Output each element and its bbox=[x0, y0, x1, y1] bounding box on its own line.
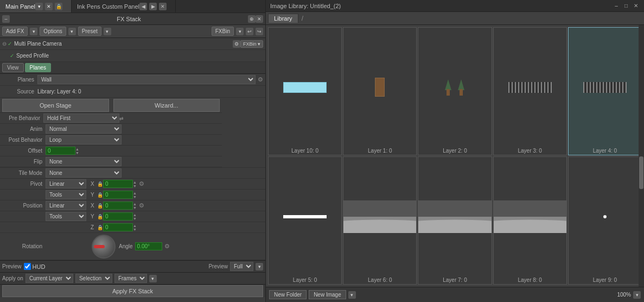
pos-x-input[interactable] bbox=[103, 202, 133, 210]
lock-icon[interactable]: 🔒 bbox=[55, 3, 62, 10]
options-button[interactable]: Options bbox=[40, 27, 66, 36]
arrow-left-icon[interactable]: ◀ bbox=[139, 3, 147, 10]
pos-x-lock-icon[interactable]: 🔒 bbox=[97, 203, 103, 209]
pos-y-lock-icon[interactable]: 🔒 bbox=[97, 214, 103, 219]
pivot-x-gear-icon[interactable]: ⚙ bbox=[139, 180, 144, 187]
library-cell-layer10[interactable]: Layer 10: 0 bbox=[268, 27, 342, 155]
library-cell-layer5[interactable]: Layer 5: 0 bbox=[268, 156, 342, 285]
new-image-arrow-icon[interactable]: ▾ bbox=[348, 291, 356, 299]
fx-item-speed-profile[interactable]: ✓ Speed Profile bbox=[0, 50, 265, 62]
close-icon[interactable]: ✕ bbox=[45, 3, 53, 10]
apply-fx-stack-button[interactable]: Apply FX Stack bbox=[2, 285, 263, 297]
preview2-select[interactable]: Full bbox=[230, 262, 253, 271]
pos-x-gear-icon[interactable]: ⚙ bbox=[139, 202, 144, 209]
library-cell-layer3[interactable]: Layer 3: 0 bbox=[493, 27, 567, 155]
planes-select[interactable]: Wall bbox=[37, 75, 256, 84]
position-tools-select[interactable]: Tools bbox=[46, 212, 86, 221]
pre-behavior-arrow-icon[interactable]: ⇄ bbox=[119, 116, 124, 121]
position-linear-select[interactable]: Linear bbox=[46, 201, 86, 210]
preset-button[interactable]: Preset bbox=[78, 27, 101, 36]
hud-checkbox[interactable] bbox=[24, 263, 31, 270]
offset-row: Offset ▲ ▼ bbox=[0, 146, 222, 156]
frames-arrow-icon[interactable]: ▾ bbox=[149, 275, 157, 282]
tile-mode-select[interactable]: None bbox=[46, 168, 122, 178]
fxbin-arrow-icon[interactable]: ▾ bbox=[236, 28, 244, 35]
rotation-wheel[interactable] bbox=[92, 235, 116, 259]
library-cell-layer1[interactable]: Layer 1: 0 bbox=[343, 27, 417, 155]
offset-input[interactable] bbox=[46, 147, 75, 155]
fx-item-settings-icon[interactable]: ⚙ bbox=[233, 40, 240, 48]
fxbin-label[interactable]: FXBin ▾ bbox=[240, 40, 263, 48]
pre-behavior-select[interactable]: Hold First bbox=[43, 114, 119, 123]
library-tabs: Library / bbox=[266, 12, 644, 25]
lib-minimize-icon[interactable]: – bbox=[613, 2, 620, 10]
hud-checkbox-area[interactable]: HUD bbox=[24, 263, 46, 270]
add-fx-button[interactable]: Add FX bbox=[2, 27, 28, 36]
fx-settings-icon[interactable]: ⊕ bbox=[248, 15, 256, 23]
pivot-y-input[interactable] bbox=[103, 191, 133, 199]
new-image-button[interactable]: New Image bbox=[309, 290, 346, 299]
pos-x-arrows[interactable]: ▲▼ bbox=[133, 202, 137, 210]
add-fx-arrow-icon[interactable]: ▾ bbox=[30, 28, 37, 35]
library-cell-layer9[interactable]: Layer 9: 0 bbox=[568, 156, 642, 285]
undo-icon[interactable]: ↩ bbox=[246, 28, 253, 35]
wizard-button[interactable]: Wizard... bbox=[113, 99, 220, 112]
new-folder-button[interactable]: New Folder bbox=[269, 290, 307, 299]
planes-gear-icon[interactable]: ⚙ bbox=[258, 76, 263, 83]
close2-icon[interactable]: ✕ bbox=[159, 3, 167, 10]
pivot-y-lock-icon[interactable]: 🔒 bbox=[97, 192, 103, 198]
offset-arrows[interactable]: ▲ ▼ bbox=[75, 147, 79, 155]
anim-select[interactable]: Normal bbox=[46, 124, 122, 134]
fx-close-icon[interactable]: ✕ bbox=[256, 15, 263, 23]
pivot-y-arrows[interactable]: ▲▼ bbox=[133, 191, 137, 199]
arrow-right-icon[interactable]: ▶ bbox=[149, 3, 157, 10]
lib-maximize-icon[interactable]: □ bbox=[622, 2, 630, 10]
pos-y-arrows[interactable]: ▲▼ bbox=[133, 213, 137, 221]
planes-tab[interactable]: Planes bbox=[25, 63, 52, 72]
current-layer-select[interactable]: Current Layer bbox=[25, 274, 73, 283]
redo-icon[interactable]: ↪ bbox=[256, 28, 263, 35]
flip-select[interactable]: None bbox=[46, 157, 122, 166]
scrollbar-thumb[interactable] bbox=[639, 156, 643, 189]
zoom-arrow-icon[interactable]: ▾ bbox=[633, 291, 641, 299]
fxbin-button[interactable]: FXBin bbox=[212, 27, 234, 36]
pivot-x-lock-icon[interactable]: 🔒 bbox=[97, 181, 103, 187]
library-cell-layer6[interactable]: Layer 6: 0 bbox=[343, 156, 417, 285]
collapse-icon[interactable]: ▾ bbox=[35, 3, 43, 10]
fx-item-multi-plane[interactable]: ⊖ ✓ Multi Plane Camera ⚙ FXBin ▾ bbox=[0, 38, 265, 50]
preview-arrow-icon[interactable]: ▾ bbox=[256, 263, 263, 270]
pos-z-lock-icon[interactable]: 🔒 bbox=[97, 225, 103, 230]
library-scrollbar[interactable] bbox=[639, 25, 644, 287]
lib-separator: / bbox=[299, 15, 305, 22]
frames-select[interactable]: Frames bbox=[114, 274, 147, 283]
rotation-gear-icon[interactable]: ⚙ bbox=[164, 243, 170, 250]
pos-z-input[interactable] bbox=[103, 223, 133, 231]
layer4-label: Layer 4: 0 bbox=[593, 147, 617, 155]
ink-pens-panel-label: Ink Pens Custom Panel bbox=[77, 3, 139, 10]
fx-minimize-icon[interactable]: – bbox=[2, 15, 10, 23]
ink-pens-panel-tab[interactable]: Ink Pens Custom Panel ◀ ▶ ✕ bbox=[72, 0, 176, 12]
main-panel-tab[interactable]: Main Panel ▾ ✕ 🔒 bbox=[0, 0, 72, 12]
pos-z-arrows[interactable]: ▲▼ bbox=[133, 224, 137, 231]
pos-y-input[interactable] bbox=[103, 212, 133, 221]
pivot-linear-select[interactable]: Linear bbox=[46, 179, 86, 188]
library-cell-layer4[interactable]: Layer 4: 0 bbox=[568, 27, 642, 155]
angle-input[interactable] bbox=[135, 242, 162, 250]
library-cell-layer8[interactable]: Layer 8: 0 bbox=[493, 156, 567, 285]
options-arrow-icon[interactable]: ▾ bbox=[68, 28, 76, 35]
layer10-thumb bbox=[269, 28, 341, 147]
preset-arrow-icon[interactable]: ▾ bbox=[104, 28, 111, 35]
pivot-x-arrows[interactable]: ▲▼ bbox=[133, 180, 137, 188]
library-tab[interactable]: Library bbox=[268, 14, 298, 23]
post-behavior-select[interactable]: Loop bbox=[46, 135, 122, 144]
library-cell-layer2[interactable]: Layer 2: 0 bbox=[418, 27, 492, 155]
pivot-tools-select[interactable]: Tools bbox=[46, 190, 86, 199]
lib-close-icon[interactable]: ✕ bbox=[632, 2, 640, 10]
library-cell-layer7[interactable]: Layer 7: 0 bbox=[418, 156, 492, 285]
open-stage-button[interactable]: Open Stage bbox=[2, 99, 109, 112]
selection-select[interactable]: Selection bbox=[75, 274, 112, 283]
anim-label: Anim bbox=[2, 126, 46, 132]
view-tab[interactable]: View bbox=[2, 63, 24, 72]
pivot-x-input[interactable] bbox=[103, 180, 133, 188]
zoom-level: 100% bbox=[617, 292, 631, 298]
